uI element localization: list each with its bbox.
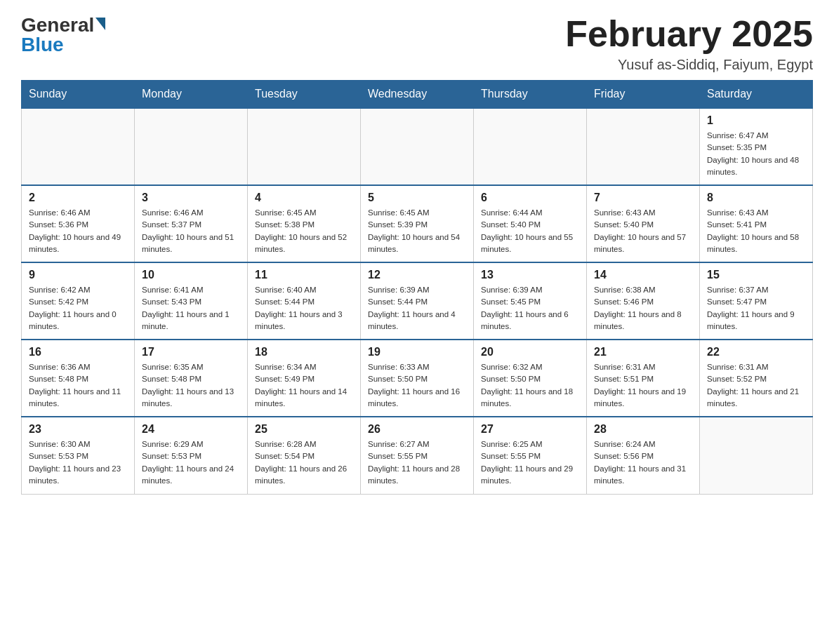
day-info: Sunrise: 6:37 AM Sunset: 5:47 PM Dayligh… xyxy=(707,284,805,333)
day-info: Sunrise: 6:32 AM Sunset: 5:50 PM Dayligh… xyxy=(481,361,579,410)
day-info: Sunrise: 6:25 AM Sunset: 5:55 PM Dayligh… xyxy=(481,438,579,487)
day-number: 27 xyxy=(481,423,579,436)
day-number: 13 xyxy=(481,269,579,281)
day-number: 6 xyxy=(481,192,579,204)
day-info: Sunrise: 6:39 AM Sunset: 5:45 PM Dayligh… xyxy=(481,284,579,333)
day-info: Sunrise: 6:39 AM Sunset: 5:44 PM Dayligh… xyxy=(368,284,466,333)
day-number: 22 xyxy=(707,346,805,358)
calendar-cell: 2Sunrise: 6:46 AM Sunset: 5:36 PM Daylig… xyxy=(22,185,135,262)
calendar-cell: 5Sunrise: 6:45 AM Sunset: 5:39 PM Daylig… xyxy=(361,185,474,262)
day-info: Sunrise: 6:42 AM Sunset: 5:42 PM Dayligh… xyxy=(29,284,127,333)
calendar-cell: 9Sunrise: 6:42 AM Sunset: 5:42 PM Daylig… xyxy=(22,262,135,340)
calendar-cell xyxy=(248,108,361,185)
day-info: Sunrise: 6:46 AM Sunset: 5:37 PM Dayligh… xyxy=(142,207,240,255)
calendar-week-row: 16Sunrise: 6:36 AM Sunset: 5:48 PM Dayli… xyxy=(22,340,813,417)
day-info: Sunrise: 6:43 AM Sunset: 5:40 PM Dayligh… xyxy=(594,207,692,255)
calendar-table: SundayMondayTuesdayWednesdayThursdayFrid… xyxy=(21,80,813,495)
calendar-cell xyxy=(700,417,813,494)
column-header-saturday: Saturday xyxy=(700,81,813,109)
calendar-cell: 7Sunrise: 6:43 AM Sunset: 5:40 PM Daylig… xyxy=(587,185,700,262)
calendar-cell: 11Sunrise: 6:40 AM Sunset: 5:44 PM Dayli… xyxy=(248,262,361,340)
day-number: 12 xyxy=(368,269,466,281)
column-header-friday: Friday xyxy=(587,81,700,109)
day-number: 20 xyxy=(481,346,579,358)
calendar-cell xyxy=(587,108,700,185)
calendar-cell: 20Sunrise: 6:32 AM Sunset: 5:50 PM Dayli… xyxy=(474,340,587,417)
calendar-header-row: SundayMondayTuesdayWednesdayThursdayFrid… xyxy=(22,81,813,109)
logo-blue: Blue xyxy=(21,34,64,56)
day-number: 9 xyxy=(29,269,127,281)
day-number: 21 xyxy=(594,346,692,358)
calendar-cell: 17Sunrise: 6:35 AM Sunset: 5:48 PM Dayli… xyxy=(135,340,248,417)
day-number: 28 xyxy=(594,423,692,436)
calendar-cell: 12Sunrise: 6:39 AM Sunset: 5:44 PM Dayli… xyxy=(361,262,474,340)
calendar-week-row: 9Sunrise: 6:42 AM Sunset: 5:42 PM Daylig… xyxy=(22,262,813,340)
calendar-cell xyxy=(361,108,474,185)
day-number: 5 xyxy=(368,192,466,204)
day-info: Sunrise: 6:47 AM Sunset: 5:35 PM Dayligh… xyxy=(707,130,805,178)
logo: General Blue xyxy=(21,14,105,56)
day-info: Sunrise: 6:44 AM Sunset: 5:40 PM Dayligh… xyxy=(481,207,579,255)
day-number: 26 xyxy=(368,423,466,436)
calendar-cell: 15Sunrise: 6:37 AM Sunset: 5:47 PM Dayli… xyxy=(700,262,813,340)
day-number: 24 xyxy=(142,423,240,436)
calendar-cell: 8Sunrise: 6:43 AM Sunset: 5:41 PM Daylig… xyxy=(700,185,813,262)
day-info: Sunrise: 6:29 AM Sunset: 5:53 PM Dayligh… xyxy=(142,438,240,487)
day-info: Sunrise: 6:24 AM Sunset: 5:56 PM Dayligh… xyxy=(594,438,692,487)
title-area: February 2025 Yusuf as-Siddiq, Faiyum, E… xyxy=(565,14,813,73)
calendar-title: February 2025 xyxy=(565,14,813,54)
day-info: Sunrise: 6:35 AM Sunset: 5:48 PM Dayligh… xyxy=(142,361,240,410)
day-info: Sunrise: 6:38 AM Sunset: 5:46 PM Dayligh… xyxy=(594,284,692,333)
day-info: Sunrise: 6:40 AM Sunset: 5:44 PM Dayligh… xyxy=(255,284,353,333)
day-number: 3 xyxy=(142,192,240,204)
day-info: Sunrise: 6:45 AM Sunset: 5:39 PM Dayligh… xyxy=(368,207,466,255)
column-header-monday: Monday xyxy=(135,81,248,109)
day-number: 23 xyxy=(29,423,127,436)
calendar-cell: 28Sunrise: 6:24 AM Sunset: 5:56 PM Dayli… xyxy=(587,417,700,494)
calendar-week-row: 2Sunrise: 6:46 AM Sunset: 5:36 PM Daylig… xyxy=(22,185,813,262)
day-info: Sunrise: 6:33 AM Sunset: 5:50 PM Dayligh… xyxy=(368,361,466,410)
day-info: Sunrise: 6:36 AM Sunset: 5:48 PM Dayligh… xyxy=(29,361,127,410)
calendar-cell: 23Sunrise: 6:30 AM Sunset: 5:53 PM Dayli… xyxy=(22,417,135,494)
calendar-cell: 26Sunrise: 6:27 AM Sunset: 5:55 PM Dayli… xyxy=(361,417,474,494)
calendar-cell: 3Sunrise: 6:46 AM Sunset: 5:37 PM Daylig… xyxy=(135,185,248,262)
calendar-cell: 10Sunrise: 6:41 AM Sunset: 5:43 PM Dayli… xyxy=(135,262,248,340)
calendar-cell: 21Sunrise: 6:31 AM Sunset: 5:51 PM Dayli… xyxy=(587,340,700,417)
column-header-tuesday: Tuesday xyxy=(248,81,361,109)
day-info: Sunrise: 6:27 AM Sunset: 5:55 PM Dayligh… xyxy=(368,438,466,487)
logo-arrow-icon xyxy=(95,18,105,30)
day-number: 4 xyxy=(255,192,353,204)
calendar-cell xyxy=(22,108,135,185)
calendar-cell xyxy=(474,108,587,185)
calendar-cell: 16Sunrise: 6:36 AM Sunset: 5:48 PM Dayli… xyxy=(22,340,135,417)
calendar-cell xyxy=(135,108,248,185)
day-number: 1 xyxy=(707,114,805,127)
day-number: 15 xyxy=(707,269,805,281)
day-number: 17 xyxy=(142,346,240,358)
day-info: Sunrise: 6:31 AM Sunset: 5:52 PM Dayligh… xyxy=(707,361,805,410)
day-number: 19 xyxy=(368,346,466,358)
day-number: 25 xyxy=(255,423,353,436)
calendar-cell: 19Sunrise: 6:33 AM Sunset: 5:50 PM Dayli… xyxy=(361,340,474,417)
calendar-cell: 24Sunrise: 6:29 AM Sunset: 5:53 PM Dayli… xyxy=(135,417,248,494)
day-number: 8 xyxy=(707,192,805,204)
calendar-cell: 4Sunrise: 6:45 AM Sunset: 5:38 PM Daylig… xyxy=(248,185,361,262)
day-info: Sunrise: 6:30 AM Sunset: 5:53 PM Dayligh… xyxy=(29,438,127,487)
calendar-cell: 27Sunrise: 6:25 AM Sunset: 5:55 PM Dayli… xyxy=(474,417,587,494)
day-number: 7 xyxy=(594,192,692,204)
calendar-cell: 6Sunrise: 6:44 AM Sunset: 5:40 PM Daylig… xyxy=(474,185,587,262)
location-subtitle: Yusuf as-Siddiq, Faiyum, Egypt xyxy=(565,57,813,73)
calendar-week-row: 23Sunrise: 6:30 AM Sunset: 5:53 PM Dayli… xyxy=(22,417,813,494)
day-info: Sunrise: 6:28 AM Sunset: 5:54 PM Dayligh… xyxy=(255,438,353,487)
calendar-cell: 18Sunrise: 6:34 AM Sunset: 5:49 PM Dayli… xyxy=(248,340,361,417)
column-header-wednesday: Wednesday xyxy=(361,81,474,109)
day-number: 16 xyxy=(29,346,127,358)
day-number: 11 xyxy=(255,269,353,281)
calendar-week-row: 1Sunrise: 6:47 AM Sunset: 5:35 PM Daylig… xyxy=(22,108,813,185)
day-info: Sunrise: 6:41 AM Sunset: 5:43 PM Dayligh… xyxy=(142,284,240,333)
calendar-cell: 13Sunrise: 6:39 AM Sunset: 5:45 PM Dayli… xyxy=(474,262,587,340)
calendar-cell: 22Sunrise: 6:31 AM Sunset: 5:52 PM Dayli… xyxy=(700,340,813,417)
day-info: Sunrise: 6:43 AM Sunset: 5:41 PM Dayligh… xyxy=(707,207,805,255)
day-number: 10 xyxy=(142,269,240,281)
column-header-thursday: Thursday xyxy=(474,81,587,109)
